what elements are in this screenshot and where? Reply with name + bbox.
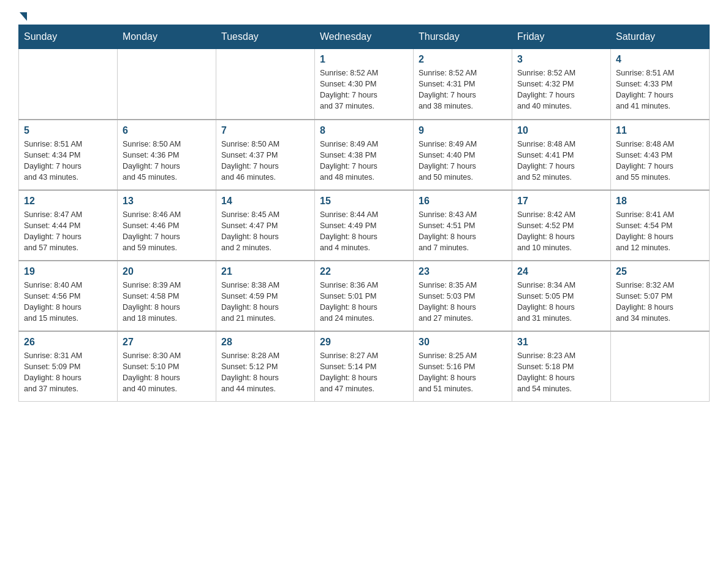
calendar-cell: 29Sunrise: 8:27 AM Sunset: 5:14 PM Dayli… [315, 331, 414, 402]
day-info: Sunrise: 8:46 AM Sunset: 4:46 PM Dayligh… [123, 209, 211, 254]
day-info: Sunrise: 8:32 AM Sunset: 5:07 PM Dayligh… [616, 280, 704, 324]
day-info: Sunrise: 8:34 AM Sunset: 5:05 PM Dayligh… [517, 280, 605, 324]
day-number: 29 [320, 337, 408, 348]
day-info: Sunrise: 8:23 AM Sunset: 5:18 PM Dayligh… [517, 350, 605, 395]
calendar-cell: 13Sunrise: 8:46 AM Sunset: 4:46 PM Dayli… [118, 190, 216, 261]
day-number: 18 [616, 196, 704, 207]
day-info: Sunrise: 8:43 AM Sunset: 4:51 PM Dayligh… [419, 209, 507, 254]
column-header-friday: Friday [512, 25, 611, 49]
day-info: Sunrise: 8:31 AM Sunset: 5:09 PM Dayligh… [24, 350, 112, 395]
day-number: 27 [123, 337, 211, 348]
calendar-cell [216, 49, 315, 120]
day-info: Sunrise: 8:28 AM Sunset: 5:12 PM Dayligh… [221, 350, 309, 395]
calendar-cell: 23Sunrise: 8:35 AM Sunset: 5:03 PM Dayli… [414, 261, 512, 331]
calendar-cell: 26Sunrise: 8:31 AM Sunset: 5:09 PM Dayli… [19, 331, 118, 402]
day-number: 16 [419, 196, 507, 207]
day-number: 20 [123, 266, 211, 277]
calendar-cell: 7Sunrise: 8:50 AM Sunset: 4:37 PM Daylig… [216, 120, 315, 190]
day-number: 22 [320, 266, 408, 277]
calendar-cell: 11Sunrise: 8:48 AM Sunset: 4:43 PM Dayli… [611, 120, 710, 190]
day-number: 3 [517, 54, 605, 65]
calendar-cell: 18Sunrise: 8:41 AM Sunset: 4:54 PM Dayli… [611, 190, 710, 261]
day-number: 10 [517, 125, 605, 136]
day-info: Sunrise: 8:50 AM Sunset: 4:37 PM Dayligh… [221, 139, 309, 183]
day-number: 30 [419, 337, 507, 348]
column-header-sunday: Sunday [19, 25, 118, 49]
day-number: 26 [24, 337, 112, 348]
calendar-cell: 12Sunrise: 8:47 AM Sunset: 4:44 PM Dayli… [19, 190, 118, 261]
day-info: Sunrise: 8:49 AM Sunset: 4:38 PM Dayligh… [320, 139, 408, 183]
calendar-cell: 20Sunrise: 8:39 AM Sunset: 4:58 PM Dayli… [118, 261, 216, 331]
day-number: 24 [517, 266, 605, 277]
day-info: Sunrise: 8:47 AM Sunset: 4:44 PM Dayligh… [24, 209, 112, 254]
day-info: Sunrise: 8:44 AM Sunset: 4:49 PM Dayligh… [320, 209, 408, 254]
day-info: Sunrise: 8:52 AM Sunset: 4:30 PM Dayligh… [320, 67, 408, 112]
day-number: 6 [123, 125, 211, 136]
calendar-cell: 1Sunrise: 8:52 AM Sunset: 4:30 PM Daylig… [315, 49, 414, 120]
calendar-cell: 16Sunrise: 8:43 AM Sunset: 4:51 PM Dayli… [414, 190, 512, 261]
day-number: 9 [419, 125, 507, 136]
day-number: 4 [616, 54, 704, 65]
day-number: 25 [616, 266, 704, 277]
day-number: 19 [24, 266, 112, 277]
calendar-week-row: 19Sunrise: 8:40 AM Sunset: 4:56 PM Dayli… [19, 261, 710, 331]
day-info: Sunrise: 8:39 AM Sunset: 4:58 PM Dayligh… [123, 280, 211, 324]
calendar-cell: 2Sunrise: 8:52 AM Sunset: 4:31 PM Daylig… [414, 49, 512, 120]
day-info: Sunrise: 8:30 AM Sunset: 5:10 PM Dayligh… [123, 350, 211, 395]
day-info: Sunrise: 8:49 AM Sunset: 4:40 PM Dayligh… [419, 139, 507, 183]
day-info: Sunrise: 8:42 AM Sunset: 4:52 PM Dayligh… [517, 209, 605, 254]
calendar-cell: 5Sunrise: 8:51 AM Sunset: 4:34 PM Daylig… [19, 120, 118, 190]
calendar-cell: 22Sunrise: 8:36 AM Sunset: 5:01 PM Dayli… [315, 261, 414, 331]
calendar-cell [118, 49, 216, 120]
calendar-cell: 6Sunrise: 8:50 AM Sunset: 4:36 PM Daylig… [118, 120, 216, 190]
day-info: Sunrise: 8:36 AM Sunset: 5:01 PM Dayligh… [320, 280, 408, 324]
calendar-week-row: 26Sunrise: 8:31 AM Sunset: 5:09 PM Dayli… [19, 331, 710, 402]
day-info: Sunrise: 8:27 AM Sunset: 5:14 PM Dayligh… [320, 350, 408, 395]
day-info: Sunrise: 8:48 AM Sunset: 4:43 PM Dayligh… [616, 139, 704, 183]
day-info: Sunrise: 8:52 AM Sunset: 4:32 PM Dayligh… [517, 67, 605, 112]
page-header [18, 12, 710, 18]
day-info: Sunrise: 8:52 AM Sunset: 4:31 PM Dayligh… [419, 67, 507, 112]
calendar-cell: 15Sunrise: 8:44 AM Sunset: 4:49 PM Dayli… [315, 190, 414, 261]
day-number: 23 [419, 266, 507, 277]
calendar-cell [19, 49, 118, 120]
logo-triangle-icon [20, 12, 27, 21]
day-number: 2 [419, 54, 507, 65]
day-info: Sunrise: 8:51 AM Sunset: 4:34 PM Dayligh… [24, 139, 112, 183]
column-header-monday: Monday [118, 25, 216, 49]
day-number: 17 [517, 196, 605, 207]
day-info: Sunrise: 8:40 AM Sunset: 4:56 PM Dayligh… [24, 280, 112, 324]
day-number: 8 [320, 125, 408, 136]
calendar-header-row: SundayMondayTuesdayWednesdayThursdayFrid… [19, 25, 710, 49]
day-info: Sunrise: 8:51 AM Sunset: 4:33 PM Dayligh… [616, 67, 704, 112]
calendar-cell: 21Sunrise: 8:38 AM Sunset: 4:59 PM Dayli… [216, 261, 315, 331]
day-number: 28 [221, 337, 309, 348]
calendar-table: SundayMondayTuesdayWednesdayThursdayFrid… [18, 25, 710, 402]
calendar-cell: 4Sunrise: 8:51 AM Sunset: 4:33 PM Daylig… [611, 49, 710, 120]
calendar-cell: 31Sunrise: 8:23 AM Sunset: 5:18 PM Dayli… [512, 331, 611, 402]
column-header-wednesday: Wednesday [315, 25, 414, 49]
calendar-cell: 10Sunrise: 8:48 AM Sunset: 4:41 PM Dayli… [512, 120, 611, 190]
calendar-cell: 8Sunrise: 8:49 AM Sunset: 4:38 PM Daylig… [315, 120, 414, 190]
day-info: Sunrise: 8:38 AM Sunset: 4:59 PM Dayligh… [221, 280, 309, 324]
day-number: 1 [320, 54, 408, 65]
day-info: Sunrise: 8:45 AM Sunset: 4:47 PM Dayligh… [221, 209, 309, 254]
calendar-cell: 27Sunrise: 8:30 AM Sunset: 5:10 PM Dayli… [118, 331, 216, 402]
calendar-cell: 28Sunrise: 8:28 AM Sunset: 5:12 PM Dayli… [216, 331, 315, 402]
calendar-cell: 3Sunrise: 8:52 AM Sunset: 4:32 PM Daylig… [512, 49, 611, 120]
day-number: 7 [221, 125, 309, 136]
calendar-cell [611, 331, 710, 402]
column-header-saturday: Saturday [611, 25, 710, 49]
day-number: 5 [24, 125, 112, 136]
calendar-cell: 30Sunrise: 8:25 AM Sunset: 5:16 PM Dayli… [414, 331, 512, 402]
day-number: 13 [123, 196, 211, 207]
calendar-week-row: 12Sunrise: 8:47 AM Sunset: 4:44 PM Dayli… [19, 190, 710, 261]
calendar-cell: 25Sunrise: 8:32 AM Sunset: 5:07 PM Dayli… [611, 261, 710, 331]
day-number: 21 [221, 266, 309, 277]
calendar-cell: 17Sunrise: 8:42 AM Sunset: 4:52 PM Dayli… [512, 190, 611, 261]
logo [18, 12, 27, 18]
day-info: Sunrise: 8:50 AM Sunset: 4:36 PM Dayligh… [123, 139, 211, 183]
column-header-thursday: Thursday [414, 25, 512, 49]
day-info: Sunrise: 8:48 AM Sunset: 4:41 PM Dayligh… [517, 139, 605, 183]
day-number: 14 [221, 196, 309, 207]
